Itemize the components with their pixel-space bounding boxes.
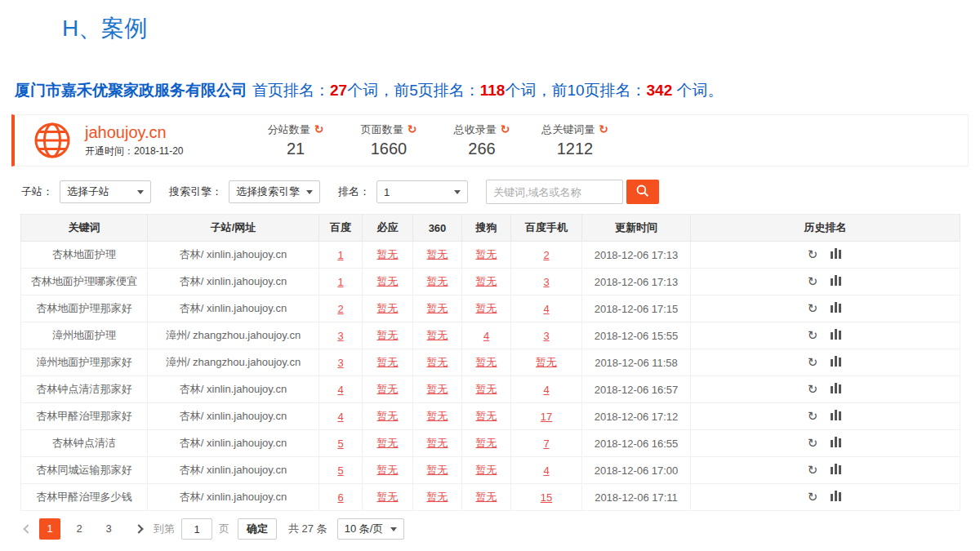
bing-rank-link[interactable]: 暂无 [377,275,399,287]
baidu-rank-link[interactable]: 2 [337,303,343,315]
keyword-cell: 杏林地面护理哪家便宜 [21,269,148,295]
360-rank-link[interactable]: 暂无 [427,356,448,368]
refresh-icon[interactable]: ↻ [808,409,818,423]
bar-chart-icon[interactable] [831,491,843,501]
history-cell: ↻ [691,484,960,511]
baidu-mobile-rank-link[interactable]: 暂无 [536,356,557,368]
bar-chart-icon[interactable] [831,356,843,367]
rank-select[interactable]: 1 [376,180,468,203]
bing-rank-link[interactable]: 暂无 [377,248,399,260]
bing-rank-link[interactable]: 暂无 [377,329,399,341]
sogou-rank-link[interactable]: 暂无 [476,464,497,476]
refresh-icon[interactable]: ↻ [808,436,818,450]
sogou-rank-link[interactable]: 暂无 [476,437,497,449]
bing-rank-link[interactable]: 暂无 [377,464,399,476]
next-page-icon[interactable] [134,524,143,533]
sogou-rank-link[interactable]: 暂无 [476,356,497,368]
bing-rank-link[interactable]: 暂无 [377,356,399,368]
page-button-2[interactable]: 2 [69,518,90,540]
bar-chart-icon[interactable] [831,410,843,420]
bar-chart-icon[interactable] [831,383,843,393]
360-rank-link[interactable]: 暂无 [427,275,448,287]
sogou-rank-link[interactable]: 暂无 [476,491,497,503]
bar-chart-icon[interactable] [831,302,843,313]
refresh-icon[interactable]: ↻ [808,382,818,396]
page-button-1[interactable]: 1 [39,518,60,540]
keyword-cell: 杏林地面护理那家好 [21,295,148,322]
baidu-rank-link[interactable]: 3 [337,330,343,342]
bar-chart-icon[interactable] [831,464,843,474]
top10-page-count: 342 [647,82,673,99]
refresh-icon[interactable]: ↻ [808,463,818,477]
confirm-button[interactable]: 确定 [238,518,277,540]
bar-chart-icon[interactable] [831,248,843,259]
site-domain[interactable]: jahoujoy.cn [85,123,216,141]
sogou-rank-link[interactable]: 暂无 [476,410,497,422]
refresh-icon[interactable]: ↻ [808,355,818,369]
bar-chart-icon[interactable] [831,329,843,340]
baidu-mobile-rank-link[interactable]: 2 [543,249,549,261]
baidu-rank-link[interactable]: 4 [337,411,343,423]
table-row: 杏林地面护理哪家便宜 杏林/ xinlin.jahoujoy.cn 1 暂无 暂… [21,269,960,295]
baidu-rank-link[interactable]: 1 [337,276,343,288]
360-rank-link[interactable]: 暂无 [427,329,448,341]
baidu-rank-link[interactable]: 4 [337,384,343,396]
360-rank-link[interactable]: 暂无 [427,491,448,503]
sogou-rank-link[interactable]: 暂无 [476,275,497,287]
360-rank-link[interactable]: 暂无 [427,437,448,449]
baidu-rank-link[interactable]: 5 [337,438,343,450]
baidu-rank-link[interactable]: 6 [337,491,343,504]
refresh-icon[interactable]: ↻ [314,122,324,136]
refresh-icon[interactable]: ↻ [599,122,608,136]
globe-icon [33,121,72,160]
baidu-rank-link[interactable]: 1 [337,249,343,261]
refresh-icon[interactable]: ↻ [808,274,818,288]
company-name: 厦门市嘉禾优聚家政服务有限公司 [15,82,247,99]
bing-rank-link[interactable]: 暂无 [377,302,399,314]
baidu-mobile-rank-link[interactable]: 4 [543,303,549,315]
table-row: 漳州地面护理那家好 漳州/ zhangzhou.jahoujoy.cn 3 暂无… [21,349,960,376]
goto-page-input[interactable] [181,518,212,540]
refresh-icon[interactable]: ↻ [808,301,818,315]
sogou-rank-link[interactable]: 暂无 [476,248,497,260]
sogou-rank-link[interactable]: 暂无 [476,302,497,314]
baidu-rank-link[interactable]: 3 [337,357,343,369]
bing-rank-link[interactable]: 暂无 [377,491,399,503]
rank-filter-label: 排名： [338,184,370,199]
search-engine-select[interactable]: 选择搜索引擎 [229,180,320,203]
sogou-rank-link[interactable]: 暂无 [476,383,497,395]
baidu-mobile-rank-link[interactable]: 3 [543,330,549,342]
page-button-3[interactable]: 3 [98,518,119,540]
360-rank-link[interactable]: 暂无 [427,464,448,476]
refresh-icon[interactable]: ↻ [408,122,417,136]
table-row: 杏林甲醛治理那家好 杏林/ xinlin.jahoujoy.cn 4 暂无 暂无… [21,403,960,430]
baidu-mobile-rank-link[interactable]: 7 [543,438,549,450]
360-rank-link[interactable]: 暂无 [427,302,448,314]
refresh-icon[interactable]: ↻ [808,490,818,504]
refresh-icon[interactable]: ↻ [501,122,510,136]
360-rank-link[interactable]: 暂无 [427,383,448,395]
baidu-mobile-rank-link[interactable]: 3 [543,276,549,288]
sogou-rank-link[interactable]: 4 [483,330,489,342]
bing-rank-link[interactable]: 暂无 [377,383,399,395]
search-button[interactable] [626,180,659,204]
baidu-mobile-rank-link[interactable]: 15 [541,491,552,504]
360-rank-link[interactable]: 暂无 [427,248,448,260]
baidu-mobile-rank-link[interactable]: 4 [543,384,549,396]
bing-rank-link[interactable]: 暂无 [377,437,399,449]
prev-page-icon[interactable] [23,524,32,533]
baidu-mobile-rank-link[interactable]: 17 [541,411,552,423]
baidu-mobile-rank-link[interactable]: 4 [543,464,549,477]
baidu-rank-link[interactable]: 5 [337,464,343,477]
substation-select-value: 选择子站 [67,184,109,199]
360-rank-link[interactable]: 暂无 [427,410,448,422]
bar-chart-icon[interactable] [831,437,843,447]
search-input[interactable] [486,180,623,204]
bing-rank-link[interactable]: 暂无 [377,410,399,422]
refresh-icon[interactable]: ↻ [808,247,818,261]
refresh-icon[interactable]: ↻ [808,328,818,342]
site-cell: 杏林/ xinlin.jahoujoy.cn [148,403,319,430]
per-page-select[interactable]: 10 条/页 [337,518,404,540]
substation-select[interactable]: 选择子站 [60,180,151,203]
bar-chart-icon[interactable] [831,275,843,286]
